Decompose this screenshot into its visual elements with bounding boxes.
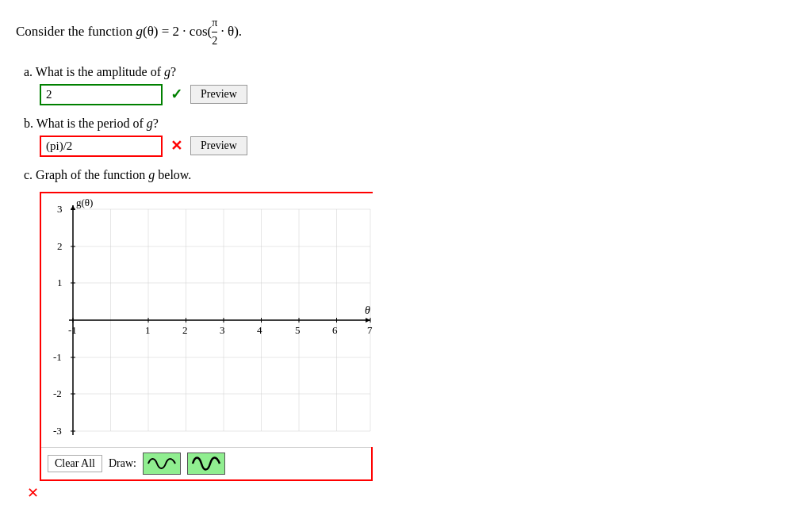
draw-label: Draw: <box>109 457 136 470</box>
svg-text:2: 2 <box>182 324 188 336</box>
svg-text:6: 6 <box>332 324 338 336</box>
part-a: a. What is the amplitude of g? 2 ✓ Previ… <box>24 65 796 105</box>
svg-text:-3: -3 <box>53 425 62 437</box>
svg-text:3: 3 <box>57 203 63 215</box>
part-a-label: a. What is the amplitude of g? <box>24 65 796 79</box>
part-c: c. Graph of the function g below. <box>24 168 796 502</box>
svg-text:-1: -1 <box>53 351 62 363</box>
part-b-label: b. What is the period of g? <box>24 116 796 131</box>
svg-text:1: 1 <box>145 324 151 336</box>
large-wave-icon <box>191 455 221 472</box>
correct-checkmark: ✓ <box>170 86 182 103</box>
small-wave-icon <box>147 455 177 472</box>
part-a-input-row: 2 ✓ Preview <box>40 84 796 105</box>
svg-text:7: 7 <box>367 324 373 336</box>
svg-text:-1: -1 <box>68 324 77 336</box>
problem-statement: Consider the function g(θ) = 2 · cos(π2 … <box>16 14 796 51</box>
part-b-input-row: (pi)/2 ✕ Preview <box>40 136 796 157</box>
part-c-label: c. Graph of the function g below. <box>24 168 796 182</box>
graph-area[interactable]: θ g(θ) -1 1 2 3 4 5 6 7 3 2 1 -1 -2 -3 <box>41 193 374 447</box>
svg-text:θ: θ <box>365 304 370 316</box>
graph-error-mark: ✕ <box>27 484 796 502</box>
incorrect-xmark: ✕ <box>170 137 182 155</box>
draw-large-wave-button[interactable] <box>187 453 225 475</box>
svg-text:4: 4 <box>257 324 262 336</box>
svg-text:-2: -2 <box>53 388 62 399</box>
svg-marker-17 <box>366 318 370 323</box>
amplitude-preview-button[interactable]: Preview <box>190 85 247 104</box>
graph-footer: Clear All Draw: <box>41 447 371 479</box>
graph-container: θ g(θ) -1 1 2 3 4 5 6 7 3 2 1 -1 -2 -3 <box>40 192 373 481</box>
period-preview-button[interactable]: Preview <box>190 136 247 155</box>
svg-text:3: 3 <box>220 324 225 336</box>
svg-text:2: 2 <box>57 240 63 252</box>
part-b: b. What is the period of g? (pi)/2 ✕ Pre… <box>24 116 796 157</box>
svg-text:5: 5 <box>295 324 301 336</box>
period-input[interactable]: (pi)/2 <box>40 136 163 157</box>
draw-small-wave-button[interactable] <box>143 453 181 475</box>
amplitude-input[interactable]: 2 <box>40 84 163 105</box>
clear-all-button[interactable]: Clear All <box>48 455 102 472</box>
graph-svg: θ g(θ) -1 1 2 3 4 5 6 7 3 2 1 -1 -2 -3 <box>41 193 374 447</box>
svg-text:g(θ): g(θ) <box>76 197 93 208</box>
svg-text:1: 1 <box>57 277 63 288</box>
